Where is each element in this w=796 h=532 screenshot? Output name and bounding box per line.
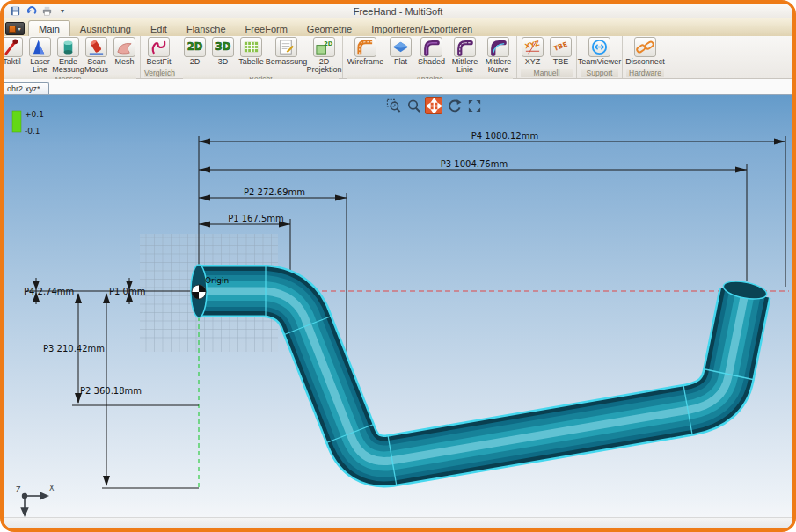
pipe-model[interactable] — [191, 265, 768, 486]
ribbon-group-messen: Taktil Laser Line Ende Messung Scan Modu… — [4, 36, 141, 78]
zoom-region-tool-icon[interactable] — [384, 97, 402, 114]
tab-main[interactable]: Main — [28, 20, 70, 36]
tabelle-button[interactable]: Tabelle — [237, 37, 265, 66]
app-window: ▾ FreeHand - MultiSoft ▾ Main Ausrichtun… — [4, 4, 792, 528]
tab-freeform[interactable]: FreeForm — [236, 21, 297, 36]
svg-text:2D: 2D — [324, 40, 333, 47]
dim-p2-left-label: P2 360.18mm — [80, 386, 142, 396]
taktil-button[interactable]: Taktil — [4, 37, 26, 66]
shaded-button[interactable]: Shaded — [415, 37, 448, 66]
deviation-color-scale: +0.1 -0.1 — [12, 110, 44, 135]
wireframe-icon — [354, 37, 376, 57]
scale-max-label: +0.1 — [25, 110, 44, 119]
ribbon-group-hardware: Disconnect Hardware — [623, 36, 668, 78]
dim-p4-top-label: P4 1080.12mm — [471, 131, 538, 141]
pan-tool-icon[interactable] — [425, 97, 442, 114]
report-3d-icon: 3D — [212, 37, 234, 57]
rotate-tool-icon[interactable] — [445, 97, 463, 114]
mittlere-kurve-button[interactable]: Mittlere Kurve — [482, 37, 515, 74]
projektion-2d-button[interactable]: 2D 2D Projektion — [308, 37, 340, 74]
xyz-button[interactable]: XYZ XYZ — [519, 37, 546, 66]
ribbon-group-anzeige: Wireframe Flat Shaded Mittlere Linie Mit… — [343, 36, 517, 78]
flat-icon — [390, 37, 412, 57]
dimension-icon — [275, 37, 297, 57]
teamviewer-button[interactable]: TeamViewer — [579, 37, 620, 66]
chevron-down-icon: ▾ — [18, 26, 20, 32]
ribbon: Taktil Laser Line Ende Messung Scan Modu… — [4, 36, 792, 79]
disconnect-button[interactable]: Disconnect — [624, 37, 666, 66]
tbe-icon: TBE — [550, 37, 572, 57]
dim-p4-left-label: P4 2.74mm — [24, 287, 74, 296]
center-line-icon — [454, 37, 476, 57]
tbe-button[interactable]: TBE TBE — [547, 37, 574, 66]
status-strip — [4, 517, 792, 528]
dim-p3-top-label: P3 1004.76mm — [441, 159, 508, 169]
app-menu-button[interactable]: ▾ — [5, 22, 25, 35]
svg-text:XYZ: XYZ — [524, 40, 541, 51]
projection-2d-icon: 2D — [313, 37, 335, 57]
document-tab[interactable]: ohr2.xyz* — [4, 82, 49, 94]
fit-view-tool-icon[interactable] — [465, 97, 483, 114]
svg-text:3D: 3D — [215, 40, 230, 53]
scene-canvas: +0.1 -0.1 — [4, 95, 792, 517]
ribbon-group-bericht: 2D 2D 3D 3D Tabelle Bemassung 2D 2D — [179, 36, 343, 78]
dim-p2-top-label: P2 272.69mm — [244, 187, 305, 197]
report-2d-icon: 2D — [184, 37, 206, 57]
mesh-icon — [113, 37, 135, 57]
group-label-vergleich: Vergleich — [144, 69, 175, 77]
shaded-icon — [420, 37, 442, 57]
wireframe-button[interactable]: Wireframe — [345, 37, 386, 66]
flat-button[interactable]: Flat — [387, 37, 414, 66]
save-icon[interactable] — [9, 5, 21, 17]
bemassung-button[interactable]: Bemassung — [266, 37, 307, 66]
report-2d-button[interactable]: 2D 2D — [181, 37, 208, 66]
report-3d-button[interactable]: 3D 3D — [209, 37, 237, 66]
qat-more-icon[interactable]: ▾ — [56, 5, 69, 17]
tab-importieren-exportieren[interactable]: Importieren/Exportieren — [361, 21, 482, 36]
bestfit-icon — [148, 37, 170, 57]
dim-p3-left-label: P3 210.42mm — [43, 344, 105, 353]
scan-mode-icon — [85, 37, 107, 57]
laser-line-icon — [29, 37, 51, 57]
dim-p1-left-label: P1 0mm — [109, 287, 145, 296]
axis-z-label: Z — [16, 486, 21, 494]
print-icon[interactable] — [40, 5, 53, 17]
group-label-hardware: Hardware — [626, 69, 664, 77]
ende-messung-button[interactable]: Ende Messung — [55, 37, 82, 74]
ribbon-group-vergleich: BestFit Vergleich — [141, 36, 179, 78]
laser-line-button[interactable]: Laser Line — [26, 37, 54, 74]
mesh-button[interactable]: Mesh — [111, 37, 138, 66]
quick-access-toolbar: ▾ — [9, 5, 69, 17]
title-bar: ▾ FreeHand - MultiSoft — [4, 4, 792, 18]
undo-icon[interactable] — [25, 5, 37, 17]
svg-text:2D: 2D — [187, 40, 202, 53]
app-menu-icon — [9, 26, 16, 33]
scan-modus-button[interactable]: Scan Modus — [83, 37, 110, 74]
top-dimension-arrows — [199, 139, 785, 228]
ribbon-tab-row: ▾ Main Ausrichtung Edit Flansche FreeFor… — [4, 18, 792, 36]
xyz-icon: XYZ — [522, 37, 544, 57]
axis-triad: Z X — [16, 485, 55, 515]
end-measure-icon — [57, 37, 79, 57]
scale-min-label: -0.1 — [25, 127, 40, 135]
tab-geometrie[interactable]: Geometrie — [297, 21, 361, 36]
tab-flansche[interactable]: Flansche — [177, 21, 236, 36]
table-icon — [240, 37, 262, 57]
window-title: FreeHand - MultiSoft — [354, 6, 442, 17]
svg-text:TBE: TBE — [552, 40, 568, 53]
axis-x-label: X — [49, 485, 55, 492]
bestfit-button[interactable]: BestFit — [142, 37, 175, 66]
tab-edit[interactable]: Edit — [141, 21, 177, 36]
viewport-3d[interactable]: +0.1 -0.1 — [4, 95, 792, 517]
origin-label: Origin — [205, 276, 229, 285]
group-label-manuell: Manuell — [521, 69, 573, 77]
ribbon-group-manuell: XYZ XYZ TBE TBE Manuell — [517, 36, 577, 78]
viewport-toolbar — [384, 97, 483, 114]
group-label-support: Support — [581, 69, 618, 77]
teamviewer-icon — [588, 37, 610, 57]
window-frame: ▾ FreeHand - MultiSoft ▾ Main Ausrichtun… — [0, 0, 796, 532]
mittlere-linie-button[interactable]: Mittlere Linie — [449, 37, 481, 74]
zoom-tool-icon[interactable] — [405, 97, 422, 114]
tab-ausrichtung[interactable]: Ausrichtung — [70, 21, 141, 36]
taktil-probe-icon — [4, 37, 23, 57]
